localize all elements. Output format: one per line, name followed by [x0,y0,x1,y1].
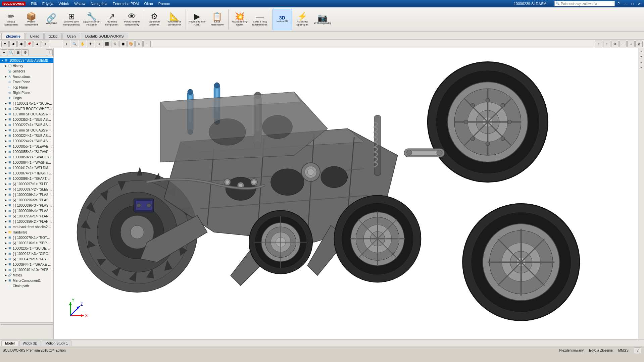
tree-item-2[interactable]: ▶ ⊞ 165 mm SHOCK ASSY-1<2> [0,111,53,117]
panel-expand2-btn[interactable]: ⊞ [15,49,21,56]
tree-item-18[interactable]: ▶ ⊞ (-) 10000096<2> "PLASTIC SP [0,197,53,203]
tree-item-11[interactable]: ▶ ⊞ 10000064<1> "WASHER, 1 x 5 [0,160,53,165]
statusbar-help-btn[interactable]: ? [634,347,641,354]
tree-item-29[interactable]: ▶ ⊞ 10000844<1> "BRAKE CALIPE [0,262,53,267]
help-btn[interactable]: ? [616,2,621,6]
vp-view1-btn[interactable]: 👁 [87,41,94,47]
tree-history[interactable]: ▶ 🕐 History [0,63,53,68]
history-expander[interactable]: ▶ [4,64,7,67]
menubar-view[interactable]: Widok [57,2,70,6]
tree-item-7[interactable]: ▶ ⊞ 10000224<2> "SUB ASSMEBL [0,138,53,144]
panel-options-btn[interactable]: ⚙ [22,49,29,56]
tree-item-20[interactable]: ▶ ⊞ (-) 10000096<4> "PLASTIC SP [0,208,53,213]
panel-up-btn[interactable]: ▲ [34,41,41,47]
bottom-tab-3dview[interactable]: Widok 3D [19,341,41,346]
exploded-view-btn[interactable]: 💥 Rozstrzelony widok [230,9,249,30]
tree-front-plane[interactable]: ▭ Front Plane [0,79,53,85]
tree-item-12[interactable]: ▶ ⊞ 10004417<2> "WELDMENT, B [0,165,53,170]
tree-item-27[interactable]: ▶ ⊞ (-) 10000421<3> "CIRCLIP DI [0,251,53,256]
vp-right2-btn[interactable]: ▫ [603,41,610,47]
right-panel-btn-3[interactable]: ▲ [639,60,644,64]
menubar-tools[interactable]: Narzędzia [89,2,109,6]
vp-extra-btn[interactable]: ◦ [143,41,151,47]
panel-more-btn[interactable]: » [42,41,49,47]
vp-section-btn[interactable]: ⊞ [111,41,118,47]
vp-display-btn[interactable]: ▣ [119,41,127,47]
tree-item-21[interactable]: ▶ ⊞ (-) 10000956<1> "FLANGE BL [0,213,53,219]
right-panel-btn-2[interactable]: ▼ [639,54,644,59]
search-box[interactable]: 🔍 Polecenia wyszukiwania [554,1,615,6]
tree-hardware[interactable]: ▶ 📁 Hardware [0,229,53,235]
viewport[interactable]: X Y Z [54,48,638,339]
vp-right4-btn[interactable]: — [619,41,627,47]
tree-item-10[interactable]: ▶ ⊞ 10000050<1> "SPACER, REAR [0,154,53,160]
explode-line-btn[interactable]: — Szkic z linią rozstrzelenia [250,9,269,30]
panel-right-btn[interactable]: ◉ [17,41,25,47]
assembly-features-btn[interactable]: ⚙ Operacje złożenia [145,9,164,30]
tree-right-plane[interactable]: ▭ Right Plane [0,90,53,95]
panel-collapse-btn[interactable]: » [46,49,53,56]
vp-orient-btn[interactable]: ↕ [63,41,70,47]
panel-pin-btn[interactable]: 📌 [26,41,33,47]
tree-item-9[interactable]: ▶ ⊞ 10000055<2> "SLEAVE, PIVO [0,149,53,154]
vp-view2-btn[interactable]: □ [95,41,102,47]
panel-left-btn[interactable]: ◀ [9,41,17,47]
tree-item-30[interactable]: ▶ ⊞ (-) 10000401<10> "HFB, M12 [0,267,53,272]
tree-item-3[interactable]: ▶ ⊞ 10000353<1> "SUB ASSEMBL [0,117,53,122]
speedpak-btn[interactable]: ⚡ Aktualizuj Speedpak [293,9,312,30]
new-motion-btn[interactable]: ▶ Nowe badanie ruchu [187,9,207,30]
edit-component-btn[interactable]: ✏ Edytuj komponent [1,9,21,30]
close-btn[interactable]: ✕ [636,2,642,6]
tree-item-22[interactable]: ▶ ⊞ (-) 10000956<2> "FLANGE BL [0,219,53,224]
tree-item-16[interactable]: ▶ ⊞ (-) 10000097<2> "SLEEVE, SH [0,187,53,192]
vp-right6-btn[interactable]: ✕ [635,41,643,47]
tree-item-28[interactable]: ▶ ⊞ (-) 10000429<1> "KEY DIN 68 [0,256,53,262]
tree-top-plane[interactable]: ▭ Top Plane [0,85,53,90]
tree-mates[interactable]: ▶ 🔗 Mates [0,272,53,278]
insert-component-btn[interactable]: 📦 Wstaw komponent [21,9,41,30]
tree-item-4[interactable]: ▶ ⊞ 10000227<1> "SUB ASSEMBL [0,122,53,127]
tab-layout[interactable]: Układ [26,33,44,39]
tree-item-13[interactable]: ▶ ⊞ 10000074<1> "HEIGHT ADJU [0,170,53,176]
vp-shade-btn[interactable]: ⬛ [103,41,110,47]
root-expander[interactable]: ▼ [1,59,4,62]
show-hidden-btn[interactable]: 👁 Pokaż ukryte komponenty [122,9,142,30]
tree-root[interactable]: ▼ ⊞ 10000239 *SUB ASSEMBLY, LH C [0,58,53,63]
tree-chainpath[interactable]: — Chain path [0,283,53,289]
panel-search-btn[interactable]: 🔍 [8,49,14,56]
right-panel-btn-1[interactable]: ▲ [639,49,644,54]
instant3d-btn[interactable]: 3D Instant3D [273,9,292,30]
bottom-tab-model[interactable]: Model [1,341,18,346]
vp-zoom-btn[interactable]: 🔍 [71,41,78,47]
tree-annotations[interactable]: ▶ A Annotations [0,74,53,79]
tree-item-0[interactable]: ▶ ⊞ (-) 10000175<1> "SUBFRAME [0,101,53,106]
menubar-help[interactable]: Pomoc [157,2,171,6]
annotations-expander[interactable]: ▶ [4,75,7,78]
vp-pan-btn[interactable]: ✋ [79,41,86,47]
tree-item-24[interactable]: ▶ ⊞ (-) 10000070<1> "ROTOR, BR [0,235,53,240]
tab-assembly[interactable]: Złożenie [1,33,25,39]
vp-add-btn[interactable]: ⊕ [135,41,143,47]
tree-item-17[interactable]: ▶ ⊞ (-) 10000096<1> "PLASTIC SP [0,192,53,197]
linear-pattern-btn[interactable]: ⊞ Liniowy szyk komponentów [62,9,81,30]
tab-evaluate[interactable]: Oceń [62,33,80,39]
vp-right5-btn[interactable]: □ [627,41,635,47]
right-panel-btn-4[interactable]: ▼ [639,65,644,70]
move-component-btn[interactable]: ↗ Przenieś komponent [102,9,121,30]
tree-item-5[interactable]: ▶ ⊞ 165 mm SHOCK ASSY-1<1> [0,127,53,133]
menubar-file[interactable]: Plik [30,2,38,6]
bom-btn[interactable]: 📋 Lista materiałów [207,9,227,30]
tree-item-8[interactable]: ▶ ⊞ 10000055<1> "SLEAVE, PIVO [0,144,53,149]
vp-right1-btn[interactable]: ▫ [595,41,602,47]
bottom-tab-motionstudy[interactable]: Motion Study 1 [42,341,71,346]
menubar-insert[interactable]: Wstaw [73,2,87,6]
tab-addins[interactable]: Dodatki SOLIDWORKS [81,33,128,39]
menubar-epdm[interactable]: Enterprise PDM [111,2,140,6]
panel-filter-btn[interactable]: ▼ [1,49,7,56]
tree-origin[interactable]: ✛ Origin [0,95,53,101]
tree-item-26[interactable]: ▶ ⊞ 10000235<1> "GUIDE, CHAIN [0,246,53,251]
tree-item-15[interactable]: ▶ ⊞ (-) 10000097<1> "SLEEVE, SH [0,181,53,187]
tab-sketch[interactable]: Szkic [44,33,62,39]
tree-item-19[interactable]: ▶ ⊞ (-) 10000096<3> "PLASTIC SP [0,203,53,208]
tree-item-6[interactable]: ▶ ⊞ 10000224<1> "SUB ASSEMBL [0,133,53,138]
